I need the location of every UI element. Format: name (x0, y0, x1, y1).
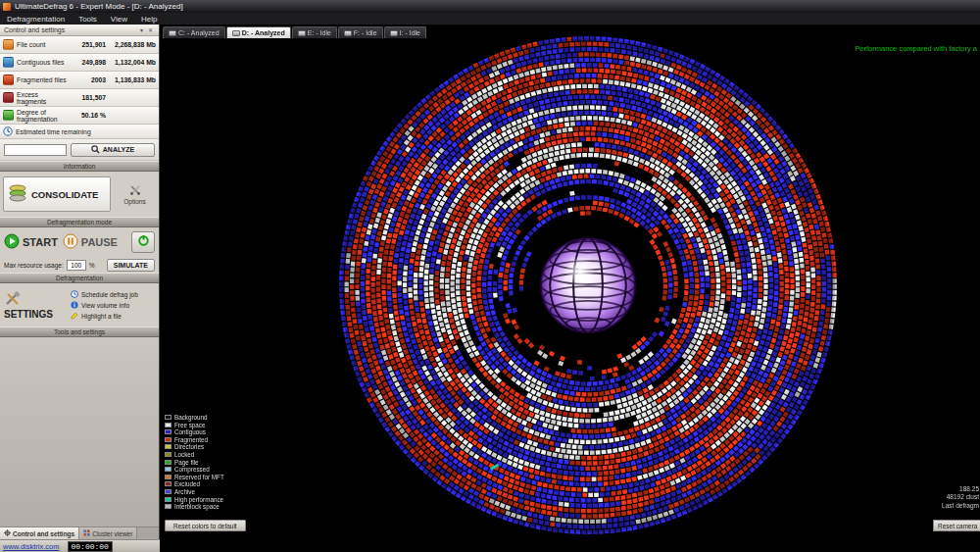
sidebar-header-label: Control and settings (4, 26, 137, 33)
drive-tab-label: I: - Idle (400, 29, 420, 36)
legend-color-swatch[interactable] (165, 497, 172, 502)
legend-color-swatch[interactable] (165, 475, 172, 479)
legend-label: Fragmented (174, 436, 208, 443)
legend-item: Locked (165, 451, 224, 458)
stat-label: Fragmented files (17, 76, 70, 83)
drive-icon (232, 30, 240, 36)
stat-label: Degree of fragmentation (17, 109, 70, 123)
power-icon (137, 234, 150, 250)
legend-label: Locked (174, 451, 194, 458)
drive-tab-f[interactable]: F: - Idle (338, 26, 383, 38)
settings-button[interactable]: SETTINGS (4, 286, 67, 324)
stat-size: 1,136,833 Mb (109, 76, 156, 83)
cluster-grid-icon (83, 529, 90, 537)
reset-camera-button[interactable]: Reset camera (933, 520, 980, 531)
legend-item: Directories (165, 444, 224, 451)
stat-row-degree-fragmentation: Degree of fragmentation 50.16 % (0, 107, 159, 125)
clock-icon (3, 123, 13, 140)
stat-count: 2003 (73, 76, 106, 83)
menu-help[interactable]: Help (134, 15, 164, 24)
legend-label: Background (174, 414, 208, 421)
highlight-file-link[interactable]: Highlight a file (71, 312, 155, 321)
legend-color-swatch[interactable] (165, 504, 172, 509)
time-remaining-field[interactable] (4, 144, 67, 156)
drive-tab-c[interactable]: C: - Analyzed (163, 26, 225, 38)
section-defrag-mode: Defragmentation mode (0, 217, 159, 227)
menubar: Defragmentation Tools View Help (0, 13, 980, 25)
legend-color-swatch[interactable] (165, 437, 172, 442)
legend-color-swatch[interactable] (165, 481, 172, 486)
drive-icon (390, 30, 398, 36)
drive-icon (344, 30, 352, 36)
stat-label: Excess fragments (17, 91, 70, 105)
options-tools-icon (129, 184, 141, 197)
analyze-button[interactable]: ANALYZE (71, 143, 155, 157)
elapsed-timer: 00:00:00 (68, 541, 113, 552)
titlebar: UltimateDefrag 6 - Expert Mode - [D: - A… (0, 0, 980, 13)
analyze-row: ANALYZE (0, 139, 159, 161)
pause-button[interactable]: PAUSE (63, 233, 118, 251)
window-title: UltimateDefrag 6 - Expert Mode - [D: - A… (15, 2, 183, 11)
menu-view[interactable]: View (104, 15, 134, 24)
legend-color-swatch[interactable] (165, 467, 172, 472)
legend-item: Fragmented (165, 436, 224, 443)
legend-item: Archive (165, 488, 224, 495)
legend-color-swatch[interactable] (165, 452, 172, 457)
reset-colors-button[interactable]: Reset colors to default (165, 520, 246, 531)
resource-row: Max resource usage: % SIMULATE (0, 257, 159, 273)
legend-color-swatch[interactable] (165, 489, 172, 494)
statusbar-left: www.disktrix.com 00:00:00 (0, 539, 160, 552)
options-label: Options (123, 198, 145, 205)
menu-tools[interactable]: Tools (72, 15, 104, 24)
percent-label: % (89, 262, 95, 269)
chevron-down-icon[interactable]: ▾ (137, 26, 146, 33)
close-icon[interactable]: ✕ (146, 26, 155, 33)
legend-item: Contiguous (165, 428, 224, 435)
legend-item: Compressed (165, 466, 224, 473)
stop-button[interactable] (131, 231, 155, 253)
sidebar-header: Control and settings ▾ ✕ (0, 25, 159, 36)
legend-color-swatch[interactable] (165, 429, 172, 434)
disk-info-line: 48192 clust (942, 493, 979, 502)
statusbar: www.disktrix.com 00:00:00 (0, 539, 980, 552)
schedule-defrag-link[interactable]: Schedule defrag job (71, 290, 155, 299)
legend-label: Archive (174, 488, 195, 495)
max-resource-input[interactable] (67, 260, 86, 271)
app-icon (3, 3, 11, 11)
simulate-button[interactable]: SIMULATE (107, 259, 155, 272)
legend-color-swatch[interactable] (165, 423, 172, 427)
drive-tab-d[interactable]: D: - Analyzed (226, 26, 291, 38)
disk-view-panel: C: - Analyzed D: - Analyzed E: - Idle F:… (160, 25, 980, 539)
menu-defragmentation[interactable]: Defragmentation (0, 15, 72, 24)
sidebar-filler (0, 337, 159, 527)
consolidate-button[interactable]: CONSOLIDATE (3, 176, 111, 212)
view-volume-info-link[interactable]: View volume info (71, 301, 155, 310)
disk-visualization[interactable] (160, 25, 980, 539)
stat-row-excess-fragments: Excess fragments 181,507 (0, 89, 159, 107)
stat-count: 50.16 % (73, 112, 106, 119)
disktrix-link[interactable]: www.disktrix.com (3, 542, 60, 551)
defrag-controls-row: START PAUSE (0, 227, 159, 257)
start-button[interactable]: START (4, 233, 58, 251)
start-label: START (23, 236, 58, 248)
stat-row-contiguous: Contiguous files 249,898 1,132,004 Mb (0, 54, 159, 72)
pause-icon (63, 233, 78, 251)
stat-row-file-count: File count 251,901 2,268,838 Mb (0, 36, 159, 54)
legend-color-swatch[interactable] (165, 415, 172, 420)
legend-color-swatch[interactable] (165, 444, 172, 449)
drive-tab-e[interactable]: E: - Idle (292, 26, 337, 38)
disk-legend: Background Free space Contiguous Fragmen… (165, 414, 224, 510)
drive-tab-i[interactable]: I: - Idle (384, 26, 426, 38)
legend-color-swatch[interactable] (165, 460, 172, 465)
legend-label: Page file (174, 459, 199, 466)
tab-cluster-viewer[interactable]: Cluster viewer (79, 527, 137, 539)
legend-label: Contiguous (174, 428, 206, 435)
schedule-defrag-label: Schedule defrag job (81, 291, 138, 298)
estimated-time-row: Estimated time remaining (0, 125, 159, 139)
legend-item: Excluded (165, 481, 224, 488)
legend-label: Excluded (174, 480, 200, 487)
options-button[interactable]: Options (114, 184, 156, 205)
tab-control-and-settings[interactable]: Control and settings (0, 527, 79, 539)
magnifier-icon (91, 145, 100, 155)
disk-info-line: 188.25 (942, 485, 979, 494)
